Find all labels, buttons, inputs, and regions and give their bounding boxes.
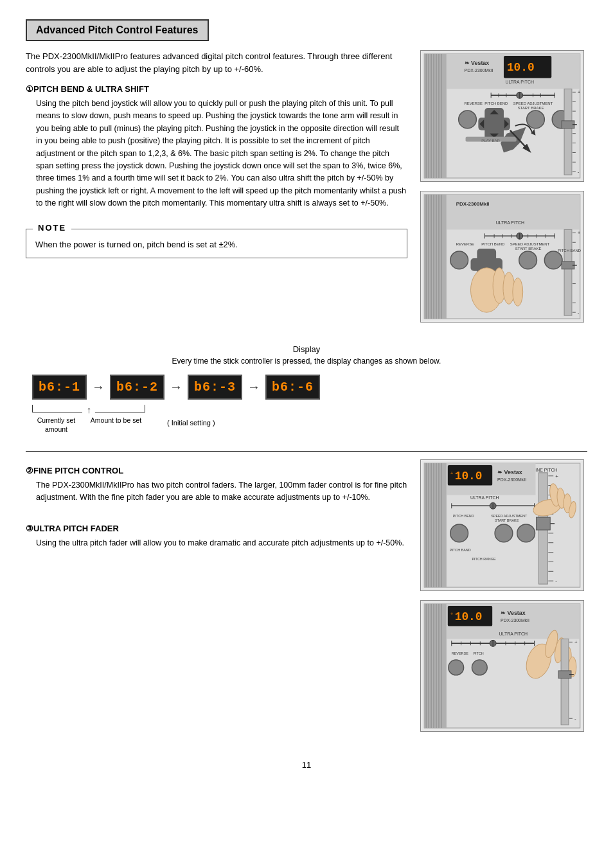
main-layout: The PDX-2300MkII/MkIIPro features advanc… xyxy=(26,50,587,332)
intro-paragraph: The PDX-2300MkII/MkIIPro features advanc… xyxy=(26,50,407,75)
svg-text:PITCH BEND: PITCH BEND xyxy=(481,242,504,246)
arrow-up: ↑ xyxy=(87,405,91,415)
svg-text:PLAY BAR: PLAY BAR xyxy=(481,139,500,143)
section2-body: The PDX-2300MkII/MkIIPro has two pitch c… xyxy=(36,479,407,504)
bracket-right xyxy=(95,405,145,412)
svg-text:❧ Vestax: ❧ Vestax xyxy=(497,469,522,475)
svg-text:+: + xyxy=(555,474,558,479)
svg-text:10.0: 10.0 xyxy=(455,470,483,483)
svg-point-147 xyxy=(450,524,468,542)
bracket-left xyxy=(32,405,82,412)
svg-text:ULTRA PITCH: ULTRA PITCH xyxy=(470,495,499,500)
svg-rect-107 xyxy=(424,463,447,587)
svg-text:PDX-2300MkII: PDX-2300MkII xyxy=(456,201,490,207)
arrow-2: → xyxy=(170,380,182,394)
svg-point-93 xyxy=(513,278,523,306)
svg-rect-95 xyxy=(562,261,574,269)
title-box: Advanced Pitch Control Features xyxy=(26,19,209,41)
step3: b6:-3 xyxy=(188,375,242,400)
svg-text:ULTRA PITCH: ULTRA PITCH xyxy=(499,632,528,636)
svg-text:REVERSE: REVERSE xyxy=(452,651,468,655)
left-column: The PDX-2300MkII/MkIIPro features advanc… xyxy=(26,50,407,332)
label-amount-set: Amount to be set xyxy=(89,416,143,425)
display-section: Display Every time the stick controller … xyxy=(26,344,587,438)
svg-text:PDX-2300MkII: PDX-2300MkII xyxy=(497,477,526,482)
display-box-3: b6:-3 xyxy=(188,375,242,400)
section2-heading: ②FINE PITCH CONTROL xyxy=(26,466,407,475)
svg-text:PITCH BEND: PITCH BEND xyxy=(453,514,474,518)
svg-text:PITCH RANGE: PITCH RANGE xyxy=(472,557,496,561)
note-text: When the power is turned on, pitch bend … xyxy=(35,238,398,251)
step4: b6:-6 xyxy=(265,375,320,400)
step2: b6:-2 xyxy=(110,375,164,400)
svg-point-188 xyxy=(472,660,487,675)
svg-text:START    BRAKE: START BRAKE xyxy=(518,106,544,110)
note-label: NOTE xyxy=(33,223,71,233)
page-container: Advanced Pitch Control Features The PDX-… xyxy=(26,19,587,770)
display-steps-row: b6:-1 → b6:-2 → b6:-3 → b6:-6 xyxy=(26,375,587,400)
display-box-2: b6:-2 xyxy=(110,375,164,400)
svg-text:PITCH BAND: PITCH BAND xyxy=(558,249,581,252)
label-initial: ( Initial setting ) xyxy=(167,419,215,427)
device-image-3: FINE PITCH + xyxy=(420,459,584,591)
svg-rect-42 xyxy=(562,121,574,128)
svg-text:PITCH BEND: PITCH BEND xyxy=(484,102,508,105)
svg-point-187 xyxy=(449,660,464,675)
section3-num: ③ xyxy=(26,524,33,533)
svg-point-148 xyxy=(495,524,513,542)
svg-text:REVERSE: REVERSE xyxy=(465,102,483,105)
svg-text:REVERSE: REVERSE xyxy=(456,242,474,246)
section3-title: ULTRA PITCH FADER xyxy=(33,524,119,533)
svg-text:+: + xyxy=(574,639,578,645)
note-box: NOTE When the power is turned on, pitch … xyxy=(26,229,407,258)
svg-text:-: - xyxy=(578,310,580,315)
svg-text:-: - xyxy=(574,716,576,722)
label-currently-set: Currently set amount xyxy=(26,416,87,434)
svg-point-29 xyxy=(459,111,477,128)
svg-text:PITCH: PITCH xyxy=(473,651,483,655)
svg-text:10.0: 10.0 xyxy=(507,61,535,74)
section1-body: Using the pitch bend joystick will allow… xyxy=(36,98,407,209)
svg-text:ULTRA PITCH: ULTRA PITCH xyxy=(505,80,533,84)
device-image-2: PDX-2300MkII ULTRA PITCH R xyxy=(420,191,584,323)
arrow-3: → xyxy=(247,380,260,394)
svg-text:PDX-2300MkII: PDX-2300MkII xyxy=(501,618,529,623)
svg-text:❧ Vestax: ❧ Vestax xyxy=(465,60,490,66)
svg-text:FINE PITCH: FINE PITCH xyxy=(533,468,557,472)
section2-num: ② xyxy=(26,466,33,475)
svg-text:SPEED ADJUSTMENT: SPEED ADJUSTMENT xyxy=(491,514,528,518)
section1-num: ① xyxy=(26,84,33,94)
svg-rect-131 xyxy=(536,517,550,530)
svg-text:PITCH BAND: PITCH BAND xyxy=(450,548,471,552)
svg-text:SPEED ADJUSTMENT: SPEED ADJUSTMENT xyxy=(510,242,550,246)
svg-rect-2 xyxy=(424,54,447,178)
section-divider-1 xyxy=(26,451,587,452)
svg-text:-: - xyxy=(555,578,557,584)
svg-text:+: + xyxy=(450,470,454,476)
svg-text:+: + xyxy=(578,230,581,236)
svg-rect-59 xyxy=(424,195,447,319)
svg-text:ULTRA PITCH: ULTRA PITCH xyxy=(496,220,524,225)
bottom-right-col: FINE PITCH + xyxy=(420,459,587,741)
svg-point-89 xyxy=(544,251,562,269)
display-title: Display xyxy=(26,344,587,354)
bottom-left-col: ②FINE PITCH CONTROL The PDX-2300MkII/MkI… xyxy=(26,459,407,741)
step1: b6:-1 xyxy=(32,375,87,400)
svg-point-88 xyxy=(519,251,537,269)
device-image-1: 10.0 ❧ Vestax PDX-2300MkII ULTRA PITCH xyxy=(420,50,584,182)
right-column: 10.0 ❧ Vestax PDX-2300MkII ULTRA PITCH xyxy=(420,50,587,332)
svg-rect-159 xyxy=(424,604,447,728)
display-box-1: b6:-1 xyxy=(32,375,87,400)
arrow-1: → xyxy=(92,380,105,394)
display-box-4: b6:-6 xyxy=(265,375,320,400)
svg-text:-: - xyxy=(578,169,580,175)
page-number: 11 xyxy=(26,760,587,770)
device-image-4: + 10.0 ❧ Vestax PDX-2300MkII ULTRA PITCH xyxy=(420,600,584,732)
note-container: NOTE When the power is turned on, pitch … xyxy=(26,218,407,269)
svg-text:START    BRAKE: START BRAKE xyxy=(495,518,519,522)
svg-text:❧ Vestax: ❧ Vestax xyxy=(501,610,526,616)
svg-rect-194 xyxy=(561,639,569,725)
svg-rect-94 xyxy=(564,229,572,315)
page-num-text: 11 xyxy=(302,760,311,770)
svg-text:SPEED ADJUSTMENT: SPEED ADJUSTMENT xyxy=(513,102,553,105)
